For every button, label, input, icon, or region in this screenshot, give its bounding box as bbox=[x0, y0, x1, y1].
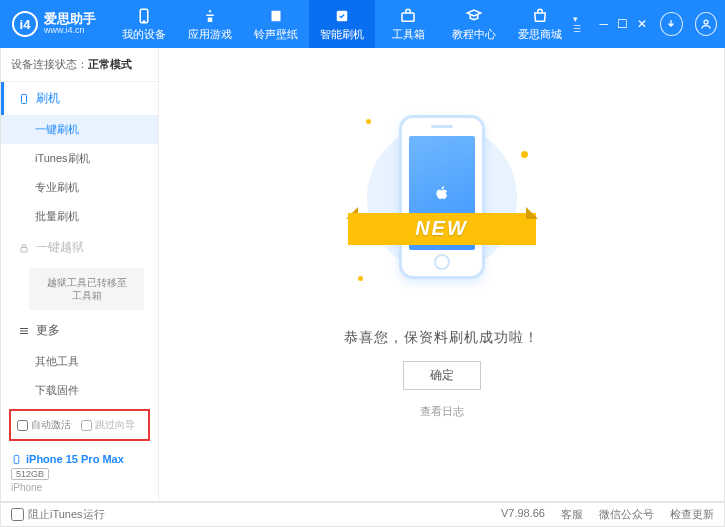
svg-rect-2 bbox=[272, 10, 281, 21]
ringtone-icon bbox=[267, 7, 285, 25]
phone-graphic bbox=[399, 115, 485, 279]
logo-icon: i4 bbox=[12, 11, 38, 37]
menu-icon bbox=[18, 325, 30, 337]
sidebar-item-download-firmware[interactable]: 下载固件 bbox=[1, 376, 158, 403]
user-button[interactable] bbox=[695, 12, 717, 36]
tab-tutorials[interactable]: 教程中心 bbox=[441, 0, 507, 48]
minimize-button[interactable]: ─ bbox=[597, 17, 610, 31]
tab-toolbox[interactable]: 工具箱 bbox=[375, 0, 441, 48]
device-name: iPhone 15 Pro Max bbox=[26, 453, 124, 465]
nav-tabs: 我的设备 应用游戏 铃声壁纸 智能刷机 工具箱 教程中心 爱思商城 bbox=[111, 0, 573, 48]
lock-icon bbox=[18, 242, 30, 254]
apps-icon bbox=[201, 7, 219, 25]
sidebar-item-other-tools[interactable]: 其他工具 bbox=[1, 347, 158, 376]
tab-my-device[interactable]: 我的设备 bbox=[111, 0, 177, 48]
device-phone-icon bbox=[11, 454, 22, 465]
sidebar-item-oneclick-flash[interactable]: 一键刷机 bbox=[1, 115, 158, 144]
device-icon bbox=[135, 7, 153, 25]
app-name: 爱思助手 bbox=[44, 12, 96, 26]
footer-link-wechat[interactable]: 微信公众号 bbox=[599, 507, 654, 522]
flash-icon bbox=[333, 7, 351, 25]
store-icon bbox=[531, 7, 549, 25]
jailbreak-note: 越狱工具已转移至 工具箱 bbox=[29, 268, 144, 310]
tab-label: 爱思商城 bbox=[518, 27, 562, 42]
svg-rect-6 bbox=[22, 94, 27, 103]
tab-label: 工具箱 bbox=[392, 27, 425, 42]
app-url: www.i4.cn bbox=[44, 26, 96, 36]
sidebar-group-jailbreak: 一键越狱 bbox=[1, 231, 158, 264]
status-value: 正常模式 bbox=[88, 58, 132, 70]
group-label: 一键越狱 bbox=[36, 239, 84, 256]
device-name-row[interactable]: iPhone 15 Pro Max bbox=[11, 453, 148, 465]
tab-store[interactable]: 爱思商城 bbox=[507, 0, 573, 48]
checkbox-label: 自动激活 bbox=[31, 418, 71, 432]
window-controls: ▾ ☰ ─ ☐ ✕ bbox=[573, 12, 717, 36]
svg-rect-7 bbox=[21, 247, 27, 252]
skip-guide-checkbox[interactable]: 跳过向导 bbox=[81, 418, 135, 432]
toolbox-icon bbox=[399, 7, 417, 25]
success-illustration: NEW bbox=[362, 111, 522, 311]
view-log-link[interactable]: 查看日志 bbox=[420, 404, 464, 419]
svg-rect-4 bbox=[402, 13, 414, 21]
sidebar-item-batch-flash[interactable]: 批量刷机 bbox=[1, 202, 158, 231]
sidebar-item-pro-flash[interactable]: 专业刷机 bbox=[1, 173, 158, 202]
tab-label: 智能刷机 bbox=[320, 27, 364, 42]
phone-icon bbox=[18, 93, 30, 105]
footer-link-support[interactable]: 客服 bbox=[561, 507, 583, 522]
tab-ringtones[interactable]: 铃声壁纸 bbox=[243, 0, 309, 48]
block-itunes-checkbox[interactable]: 阻止iTunes运行 bbox=[11, 507, 105, 522]
status-label: 设备连接状态： bbox=[11, 58, 88, 70]
device-info: iPhone 15 Pro Max 512GB iPhone bbox=[1, 447, 158, 501]
sidebar-item-itunes-flash[interactable]: iTunes刷机 bbox=[1, 144, 158, 173]
tab-apps-games[interactable]: 应用游戏 bbox=[177, 0, 243, 48]
auto-activate-checkbox[interactable]: 自动激活 bbox=[17, 418, 71, 432]
tray-icons[interactable]: ▾ ☰ bbox=[573, 14, 587, 34]
flash-options-highlight: 自动激活 跳过向导 bbox=[9, 409, 150, 441]
svg-point-5 bbox=[704, 20, 708, 24]
group-label: 刷机 bbox=[36, 90, 60, 107]
sidebar-group-flash[interactable]: 刷机 bbox=[1, 82, 158, 115]
connection-status: 设备连接状态：正常模式 bbox=[1, 48, 158, 82]
new-ribbon: NEW bbox=[348, 207, 536, 251]
maximize-button[interactable]: ☐ bbox=[616, 17, 629, 31]
app-logo: i4 爱思助手 www.i4.cn bbox=[12, 11, 111, 37]
title-bar: i4 爱思助手 www.i4.cn 我的设备 应用游戏 铃声壁纸 智能刷机 工具… bbox=[0, 0, 725, 48]
tab-label: 我的设备 bbox=[122, 27, 166, 42]
tab-label: 应用游戏 bbox=[188, 27, 232, 42]
apple-icon bbox=[431, 182, 453, 204]
tab-label: 铃声壁纸 bbox=[254, 27, 298, 42]
tab-label: 教程中心 bbox=[452, 27, 496, 42]
status-bar: 阻止iTunes运行 V7.98.66 客服 微信公众号 检查更新 bbox=[0, 502, 725, 527]
success-message: 恭喜您，保资料刷机成功啦！ bbox=[344, 329, 539, 347]
ok-button[interactable]: 确定 bbox=[403, 361, 481, 390]
close-button[interactable]: ✕ bbox=[635, 17, 648, 31]
sidebar-group-more[interactable]: 更多 bbox=[1, 314, 158, 347]
device-type: iPhone bbox=[11, 482, 148, 493]
svg-rect-11 bbox=[14, 455, 19, 463]
checkbox-label: 跳过向导 bbox=[95, 418, 135, 432]
main-content: NEW 恭喜您，保资料刷机成功啦！ 确定 查看日志 bbox=[159, 48, 724, 501]
version-label: V7.98.66 bbox=[501, 507, 545, 522]
group-label: 更多 bbox=[36, 322, 60, 339]
ribbon-text: NEW bbox=[348, 213, 536, 245]
download-button[interactable] bbox=[660, 12, 682, 36]
footer-link-update[interactable]: 检查更新 bbox=[670, 507, 714, 522]
tab-smart-flash[interactable]: 智能刷机 bbox=[309, 0, 375, 48]
device-storage: 512GB bbox=[11, 468, 49, 480]
tutorial-icon bbox=[465, 7, 483, 25]
sidebar: 设备连接状态：正常模式 刷机 一键刷机 iTunes刷机 专业刷机 批量刷机 一… bbox=[1, 48, 159, 501]
checkbox-label: 阻止iTunes运行 bbox=[28, 507, 105, 522]
